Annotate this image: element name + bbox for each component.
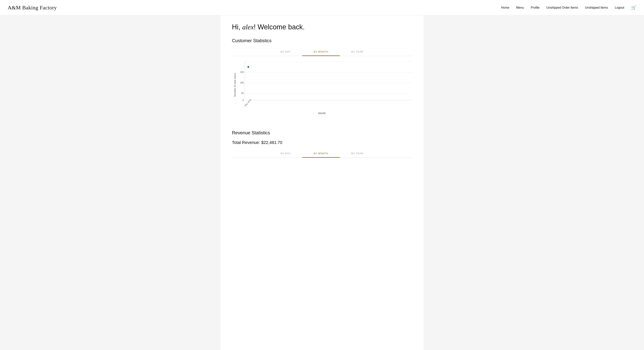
chart-plot: 0 50 100 150 May 2019 [236,62,412,108]
customer-stats-tabs: BY DAY BY MONTH BY YEAR [232,48,412,56]
nav-item-unshipped-order-items[interactable]: Unshipped Order Items [546,6,578,10]
revenue-statistics-section: Revenue Statistics Total Revenue: $22,48… [232,130,412,158]
nav-link-unshipped-order-items[interactable]: Unshipped Order Items [546,6,578,9]
main-content: Hi, alex! Welcome back. Customer Statist… [220,15,424,350]
welcome-heading: Hi, alex! Welcome back. [232,23,412,31]
nav-link-unshipped-items[interactable]: Unshipped Items [585,6,608,9]
nav-link-logout[interactable]: Logout [615,6,624,9]
data-point-may-2019 [248,66,249,68]
cart-icon[interactable]: 🛒 [631,5,636,10]
brand-name[interactable]: A&M Baking Factory [8,5,57,11]
nav-link-profile[interactable]: Profile [531,6,539,9]
navbar: A&M Baking Factory Home Menu Profile Uns… [0,0,644,15]
x-axis-label: Month [232,112,412,119]
tab-revenue-by-day[interactable]: BY DAY [269,150,302,158]
nav-item-unshipped-items[interactable]: Unshipped Items [585,6,608,10]
revenue-stats-tabs: BY DAY BY MONTH BY YEAR [232,150,412,158]
customer-stats-title: Customer Statistics [232,38,412,43]
tab-revenue-by-year[interactable]: BY YEAR [340,150,375,158]
nav-item-home[interactable]: Home [501,6,510,10]
total-revenue-value: $22,481.70 [261,140,282,145]
nav-link-menu[interactable]: Menu [516,6,524,9]
customer-statistics-section: Customer Statistics BY DAY BY MONTH BY Y… [232,38,412,122]
tab-customer-by-day[interactable]: BY DAY [269,48,302,56]
nav-link-home[interactable]: Home [501,6,510,9]
welcome-prefix: Hi, [232,23,242,31]
nav-item-logout[interactable]: Logout [615,6,624,10]
svg-text:0: 0 [242,99,244,101]
y-axis-label: Number of new users [232,62,236,108]
nav-item-menu[interactable]: Menu [516,6,524,10]
tab-customer-by-month[interactable]: BY MONTH [302,48,340,56]
customer-chart-container: Number of new users 0 50 [232,56,412,122]
tab-revenue-by-month[interactable]: BY MONTH [302,150,340,158]
revenue-stats-title: Revenue Statistics [232,130,412,135]
svg-text:100: 100 [240,82,244,84]
nav-item-profile[interactable]: Profile [531,6,539,10]
customer-chart-svg: 0 50 100 150 May 2019 [245,62,412,104]
tab-customer-by-year[interactable]: BY YEAR [340,48,375,56]
nav-links: Home Menu Profile Unshipped Order Items … [501,5,636,10]
welcome-username: alex [242,23,254,31]
welcome-suffix: ! Welcome back. [254,23,304,31]
svg-text:150: 150 [240,71,244,73]
svg-text:50: 50 [241,92,244,94]
total-revenue-label: Total Revenue: [232,140,260,145]
svg-text:May 2019: May 2019 [244,99,252,107]
total-revenue: Total Revenue: $22,481.70 [232,140,412,145]
